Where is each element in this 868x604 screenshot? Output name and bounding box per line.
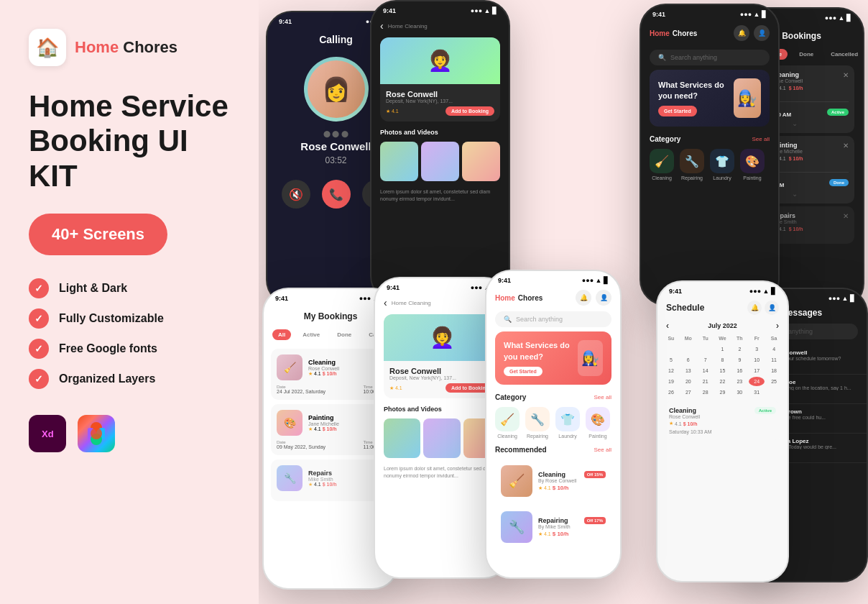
home-light-header: HomeChores 🔔 👤 xyxy=(486,287,620,308)
next-month-button[interactable]: › xyxy=(776,321,779,331)
home-dark-header: HomeChores 🔔 👤 xyxy=(641,21,778,45)
cleaning-icon-dark: 🧹 xyxy=(650,149,674,173)
category-section-dark: Category See all xyxy=(641,131,778,146)
search-icon-light: 🔍 xyxy=(504,316,512,323)
back-button-light[interactable]: ‹ xyxy=(384,297,387,308)
get-started-button-light[interactable]: Get Started xyxy=(504,367,542,376)
category-title-dark: Category xyxy=(650,135,680,143)
home-dark-status: 9:41 ●●● ▲ ▊ xyxy=(641,5,778,21)
photos-grid-dark xyxy=(371,137,509,186)
category-painting-dark[interactable]: 🎨 Painting xyxy=(740,149,765,180)
tab-done-light[interactable]: Done xyxy=(331,329,357,340)
active-badge-1: Active xyxy=(827,109,849,116)
check-icon-3: ✓ xyxy=(29,339,49,359)
end-call-button[interactable]: 📞 xyxy=(322,180,351,209)
detail-dark-header: ‹ Home Cleaning xyxy=(371,17,509,35)
category-repairing-light[interactable]: 🔧 Repairing xyxy=(525,407,550,439)
rec-img-repairing-light: 🔧 xyxy=(501,511,532,543)
check-icon-4: ✓ xyxy=(29,369,49,389)
headline: Home Service Booking UI KIT xyxy=(29,89,230,193)
detail-name-light: Rose Conwell xyxy=(389,367,494,375)
back-button[interactable]: ‹ xyxy=(380,20,384,32)
schedule-bell-icon[interactable]: 🔔 xyxy=(747,301,762,315)
figma-icon xyxy=(78,415,115,452)
today-date[interactable]: 24 xyxy=(749,377,765,386)
see-all-category-light[interactable]: See all xyxy=(594,394,611,401)
photos-label-dark: Photos and Videos xyxy=(371,124,509,137)
logo-chores: Chores xyxy=(119,38,177,56)
see-all-recommended-light[interactable]: See all xyxy=(594,447,611,453)
close-booking-1[interactable]: ✕ xyxy=(843,71,849,79)
svg-point-5 xyxy=(91,428,102,439)
photo-2 xyxy=(421,142,459,181)
tab-all-light[interactable]: All xyxy=(272,329,291,340)
feature-label-3: Free Google fonts xyxy=(59,342,157,355)
recommended-title-light: Recommended xyxy=(495,446,547,454)
detail-location-light: Deposit, New York(NY), 137... xyxy=(389,375,494,380)
booking-img-cleaning-light: 🧹 xyxy=(277,354,303,380)
category-laundry-light[interactable]: 👕 Laundry xyxy=(555,407,580,439)
detail-card-dark: 👩‍🦱 Rose Conwell Deposit, New York(NY), … xyxy=(380,37,500,122)
home-light-banner: What Services do you need? Get Started 👩… xyxy=(495,331,611,385)
mute-button[interactable]: 🔇 xyxy=(282,180,310,209)
see-all-category-dark[interactable]: See all xyxy=(752,136,770,142)
detail-location: Deposit, New York(NY), 137... xyxy=(386,99,494,104)
caller-avatar: 👩 xyxy=(304,57,369,122)
category-cleaning-dark[interactable]: 🧹 Cleaning xyxy=(650,149,674,180)
bell-icon-light[interactable]: 🔔 xyxy=(576,290,591,306)
detail-dark-status: 9:41 ●●● ▲ ▊ xyxy=(371,1,509,17)
screens-badge[interactable]: 40+ Screens xyxy=(29,214,167,255)
feature-label-1: Light & Dark xyxy=(59,282,127,295)
calendar-grid-light: Su Mo Tu We Th Fr Sa 1 2 3 4 5 6 7 xyxy=(657,334,788,397)
search-bar-light[interactable]: 🔍 Search anything xyxy=(495,311,611,327)
category-painting-light[interactable]: 🎨 Painting xyxy=(586,407,610,439)
tab-cancelled-dark[interactable]: Cancelled xyxy=(825,49,864,60)
category-repairing-dark[interactable]: 🔧 Repairing xyxy=(680,149,704,180)
booking-img-painting-light: 🎨 xyxy=(277,410,303,436)
repairing-icon-dark: 🔧 xyxy=(680,149,704,173)
category-laundry-dark[interactable]: 👕 Laundry xyxy=(710,149,734,180)
feature-customizable: ✓ Fully Customizable xyxy=(29,308,230,329)
banner-text-dark: What Services do you need? xyxy=(658,80,734,102)
check-icon-2: ✓ xyxy=(29,308,49,329)
detail-card-img-light: 👩‍🦱 xyxy=(384,314,500,361)
bell-icon[interactable]: 🔔 xyxy=(734,25,749,41)
tab-active-light[interactable]: Active xyxy=(297,329,326,340)
detail-card-info-light: Rose Conwell Deposit, New York(NY), 137.… xyxy=(384,361,500,398)
photo-light-1 xyxy=(384,418,420,458)
schedule-booking-cleaning: Cleaning Rose Conwell ★ 4.1 $ 10/h Activ… xyxy=(663,401,782,440)
photo-3 xyxy=(462,142,500,181)
painting-icon-light: 🎨 xyxy=(586,407,610,431)
schedule-light-status: 9:41 ●●● ▲ ▊ xyxy=(657,282,788,298)
rec-card-repairing-light: 🔧 Repairing Off 17% By Mike Smith ★ 4.1 … xyxy=(495,505,611,549)
booking-repairs-light: 🔧 Repairs Mike Smith ★ 4.1 $ 10/h xyxy=(271,459,390,501)
home-dark-icons: 🔔 👤 xyxy=(734,25,770,41)
avatar-icon[interactable]: 👤 xyxy=(754,25,770,41)
search-bar-dark[interactable]: 🔍 Search anything xyxy=(650,50,770,65)
phone-home-dark: 9:41 ●●● ▲ ▊ HomeChores 🔔 👤 🔍 Search any… xyxy=(640,4,780,306)
photo-light-2 xyxy=(423,418,460,458)
detail-description: Lorem ipsum dolor sit amet, constetetur … xyxy=(371,186,509,206)
feature-label-2: Fully Customizable xyxy=(59,312,164,325)
close-booking-3[interactable]: ✕ xyxy=(843,212,849,220)
home-dark-logo: HomeChores xyxy=(650,29,697,37)
feature-layers: ✓ Organized Layers xyxy=(29,369,230,389)
logo-home: Home xyxy=(75,38,119,56)
schedule-avatar-icon[interactable]: 👤 xyxy=(765,301,779,315)
prev-month-button[interactable]: ‹ xyxy=(666,321,669,331)
caller-name: Rose Conwell xyxy=(300,140,371,152)
booking-title-cleaning-light: Cleaning xyxy=(308,359,339,366)
logo-area: 🏠 Home Chores xyxy=(29,29,230,66)
avatar-icon-light[interactable]: 👤 xyxy=(596,290,611,306)
detail-name: Rose Conwell xyxy=(386,90,494,99)
close-booking-2[interactable]: ✕ xyxy=(843,142,849,150)
calling-title: Calling xyxy=(319,34,353,45)
category-title-light: Category xyxy=(495,393,526,401)
home-light-status: 9:41 ●●● ▲ ▊ xyxy=(486,271,620,287)
get-started-button-dark[interactable]: Get Started xyxy=(658,106,697,116)
add-to-booking-button[interactable]: Add to Booking xyxy=(445,106,494,116)
category-cleaning-light[interactable]: 🧹 Cleaning xyxy=(495,407,520,439)
headline-line1: Home Service xyxy=(29,89,228,123)
laundry-icon-dark: 👕 xyxy=(710,149,734,173)
tab-done-dark[interactable]: Done xyxy=(793,49,819,60)
